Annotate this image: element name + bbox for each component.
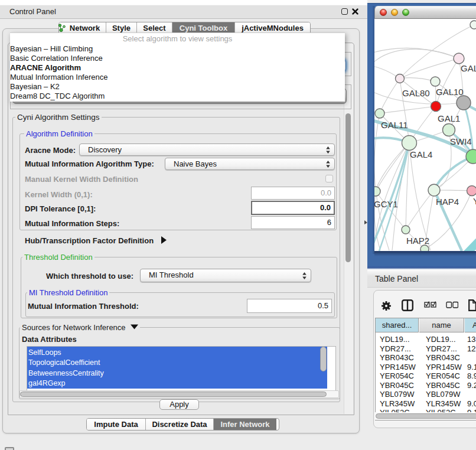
svg-text:GCY1: GCY1 bbox=[374, 199, 398, 209]
svg-text:SWI4: SWI4 bbox=[450, 136, 472, 146]
svg-text:HAP4: HAP4 bbox=[436, 197, 459, 207]
svg-text:GAL10: GAL10 bbox=[436, 87, 464, 97]
svg-text:GAL11: GAL11 bbox=[381, 120, 408, 130]
svg-text:HAP2: HAP2 bbox=[406, 236, 429, 246]
svg-text:GAL1: GAL1 bbox=[438, 113, 460, 123]
svg-text:GAL80: GAL80 bbox=[402, 88, 430, 98]
svg-text:GAL5: GAL5 bbox=[461, 63, 476, 73]
svg-text:GAL4: GAL4 bbox=[410, 149, 432, 159]
svg-text:YM: YM bbox=[473, 196, 476, 206]
